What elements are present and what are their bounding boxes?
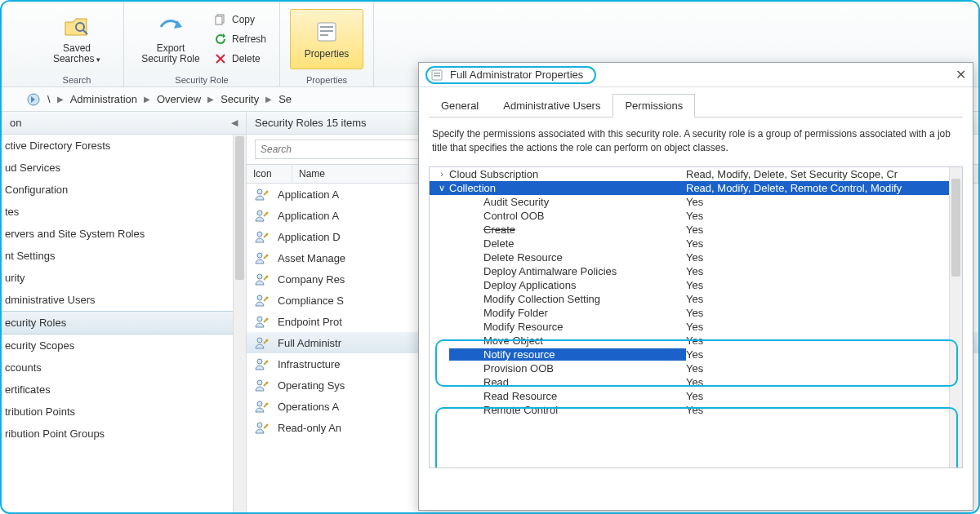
breadcrumb-seg-0[interactable]: \ xyxy=(47,93,51,105)
permission-name: Remote Control xyxy=(449,404,686,416)
breadcrumb-seg-2[interactable]: Overview xyxy=(157,93,201,105)
close-icon[interactable]: ✕ xyxy=(956,67,966,82)
nav-header-label: on xyxy=(10,117,21,129)
permission-value: Yes xyxy=(686,265,957,277)
permission-value: Yes xyxy=(686,321,957,333)
nav-item[interactable]: ecurity Roles xyxy=(2,311,246,335)
permission-row[interactable]: Notify resourceYes xyxy=(430,348,962,361)
security-role-icon xyxy=(253,271,270,287)
svg-rect-6 xyxy=(320,34,328,36)
breadcrumb-nav-icon[interactable] xyxy=(26,92,41,107)
delete-button[interactable]: Delete xyxy=(211,51,270,67)
permission-row[interactable]: Read ResourceYes xyxy=(430,389,962,403)
ribbon-group-security-role: Export Security Role Copy Refresh Delete… xyxy=(124,2,280,86)
nav-item[interactable]: tes xyxy=(2,201,246,223)
nav-item[interactable]: ertificates xyxy=(2,379,246,401)
tab-admin-users[interactable]: Administrative Users xyxy=(491,94,612,117)
nav-item[interactable]: tribution Points xyxy=(2,401,246,423)
permission-row[interactable]: Deploy Antimalware PoliciesYes xyxy=(430,264,962,278)
permission-row[interactable]: Move ObjectYes xyxy=(430,334,962,348)
copy-button[interactable]: Copy xyxy=(211,11,270,28)
svg-point-11 xyxy=(266,212,269,215)
dialog-titlebar[interactable]: Full Administrator Properties ✕ xyxy=(419,63,973,87)
properties-button[interactable]: Properties xyxy=(290,9,363,69)
permission-group-row[interactable]: ›Cloud SubscriptionRead, Modify, Delete,… xyxy=(430,167,962,181)
breadcrumb-seg-1[interactable]: Administration xyxy=(70,93,137,105)
svg-point-10 xyxy=(257,210,262,215)
role-name: Company Res xyxy=(278,273,345,286)
svg-point-20 xyxy=(257,317,262,321)
permission-row[interactable]: Modify Collection SettingYes xyxy=(430,292,962,306)
permission-row[interactable]: Deploy ApplicationsYes xyxy=(430,278,962,292)
role-name: Application A xyxy=(278,210,339,222)
breadcrumb-seg-3[interactable]: Security xyxy=(220,93,259,105)
permission-row[interactable]: Modify FolderYes xyxy=(430,306,962,320)
permission-row[interactable]: DeleteYes xyxy=(430,237,962,250)
svg-point-23 xyxy=(266,339,269,342)
copy-label: Copy xyxy=(232,14,255,25)
role-name: Operations A xyxy=(278,401,339,413)
scrollbar[interactable] xyxy=(949,167,962,467)
saved-searches-button[interactable]: Saved Searches xyxy=(40,9,114,69)
permission-row[interactable]: CreateYes xyxy=(430,223,962,237)
security-role-icon xyxy=(253,335,270,351)
role-name: Application D xyxy=(278,231,341,243)
permission-row[interactable]: Audit SecurityYes xyxy=(430,195,962,209)
chevron-right-icon: ▶ xyxy=(207,95,214,104)
breadcrumb-seg-4[interactable]: Se xyxy=(278,93,292,105)
export-arrow-icon xyxy=(158,14,184,40)
security-role-icon xyxy=(253,228,270,245)
security-role-icon xyxy=(253,186,270,202)
expand-icon[interactable]: ∨ xyxy=(434,183,449,193)
permission-name: Read xyxy=(449,376,686,388)
svg-point-30 xyxy=(257,423,262,428)
scrollbar[interactable] xyxy=(233,135,246,512)
permission-row[interactable]: ReadYes xyxy=(430,375,962,389)
expand-icon[interactable]: › xyxy=(434,169,449,179)
nav-item[interactable]: ecurity Scopes xyxy=(2,335,246,357)
permission-name: Deploy Applications xyxy=(449,279,686,291)
properties-icon xyxy=(314,19,340,45)
nav-item[interactable]: dministrative Users xyxy=(2,289,246,311)
permission-value: Yes xyxy=(686,210,957,222)
collapse-left-icon[interactable]: ◀ xyxy=(231,117,238,128)
delete-label: Delete xyxy=(232,53,261,64)
role-name: Compliance S xyxy=(278,295,344,307)
permission-group-row[interactable]: ∨CollectionRead, Modify, Delete, Remote … xyxy=(430,181,962,195)
svg-point-12 xyxy=(257,232,262,237)
nav-item[interactable]: urity xyxy=(2,267,246,289)
refresh-button[interactable]: Refresh xyxy=(211,31,270,47)
svg-point-29 xyxy=(266,403,269,405)
export-security-role-button[interactable]: Export Security Role xyxy=(134,9,207,69)
permission-row[interactable]: Delete ResourceYes xyxy=(430,250,962,264)
column-icon[interactable]: Icon xyxy=(247,165,292,183)
svg-point-19 xyxy=(266,297,269,299)
nav-item[interactable]: Configuration xyxy=(2,179,246,201)
permissions-description: Specify the permissions associated with … xyxy=(429,117,963,166)
permission-name: Create xyxy=(449,224,686,236)
tab-permissions[interactable]: Permissions xyxy=(612,94,695,117)
nav-item[interactable]: ribution Point Groups xyxy=(2,423,246,445)
dialog-title: Full Administrator Properties xyxy=(450,69,583,81)
permission-name: Deploy Antimalware Policies xyxy=(449,265,686,277)
nav-item[interactable]: ervers and Site System Roles xyxy=(2,223,246,245)
security-role-icon xyxy=(253,356,270,372)
nav-item[interactable]: nt Settings xyxy=(2,245,246,267)
copy-icon xyxy=(214,13,227,26)
permission-value: Yes xyxy=(686,307,957,319)
properties-label: Properties xyxy=(305,48,350,60)
permission-row[interactable]: Control OOBYes xyxy=(430,209,962,223)
permission-value: Yes xyxy=(686,404,957,416)
tab-general[interactable]: General xyxy=(429,94,491,117)
svg-point-8 xyxy=(257,189,262,194)
permissions-list[interactable]: ›Cloud SubscriptionRead, Modify, Delete,… xyxy=(429,166,963,468)
nav-item[interactable]: ccounts xyxy=(2,357,246,379)
permission-value: Yes xyxy=(686,293,957,305)
nav-item[interactable]: ud Services xyxy=(2,157,246,179)
permission-row[interactable]: Remote ControlYes xyxy=(430,403,962,417)
svg-point-14 xyxy=(257,253,262,258)
permission-row[interactable]: Provision OOBYes xyxy=(430,361,962,375)
nav-item[interactable]: ctive Directory Forests xyxy=(2,135,246,157)
role-name: Asset Manage xyxy=(278,252,345,264)
permission-row[interactable]: Modify ResourceYes xyxy=(430,320,962,334)
